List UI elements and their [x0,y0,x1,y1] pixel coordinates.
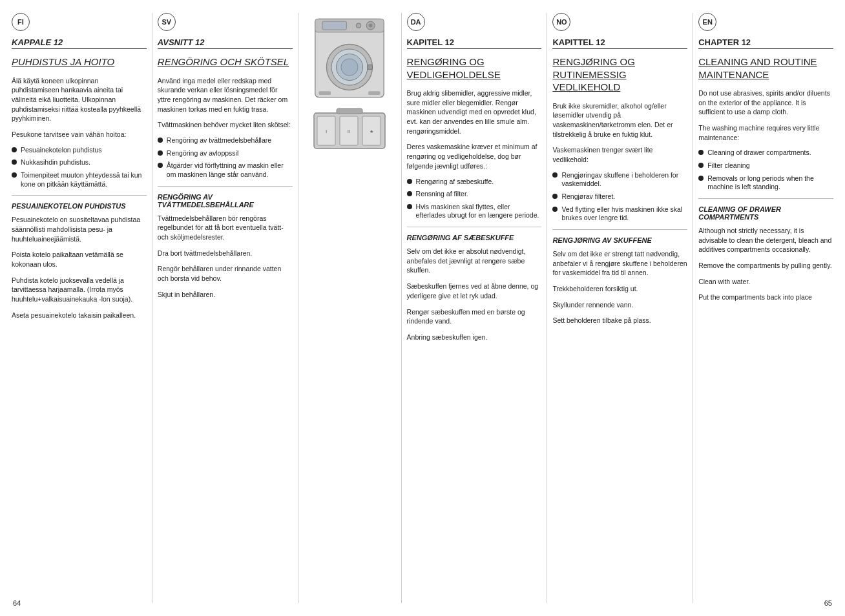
bullet-fi-0: Pesuainekotelon puhdistus [12,146,147,155]
svg-rect-12 [368,91,381,95]
maintenance-intro-en: The washing machine requires very little… [698,123,833,142]
bullet-dot-no-0 [552,172,558,178]
sub-para4-fi: Aseta pesuainekotelo takaisin paikalleen… [12,311,147,320]
section-title-da: RENGØRING OG VEDLIGEHOLDELSE [407,56,542,81]
sub-para4-en: Put the compartments back into place [698,293,833,302]
intro-sv: Använd inga medel eller redskap med skur… [158,76,293,114]
sub-para1-en: Although not strictly necessary, it is a… [698,226,833,254]
sub-para2-no: Trekkbeholderen forsiktig ut. [552,284,687,294]
bullet-dot-no-1 [552,194,558,199]
sub-para1-da: Selv om det ikke er absolut nødvendigt, … [407,247,542,275]
bullet-en-0: Cleaning of drawer compartments. [698,149,833,158]
svg-rect-11 [318,91,331,95]
bullet-sv-1: Rengöring av avloppssil [158,149,293,158]
lang-badge-en: EN [698,13,716,31]
column-fi: FI KAPPALE 12 PUHDISTUS JA HOITO Älä käy… [6,13,152,603]
chapter-label-da: KAPITEL 12 [407,37,542,49]
intro-en: Do not use abrasives, spirits and/or dil… [698,88,833,117]
subsection-title-no: RENGJØRING AV SKUFFENE [552,236,687,244]
bullet-dot-fi-2 [12,172,17,178]
svg-text:II: II [348,128,350,134]
svg-rect-20 [337,108,362,114]
subsection-title-da: RENGØRING AF SÆBESKUFFE [407,234,542,241]
bullet-da-2: Hvis maskinen skal flyttes, eller efterl… [407,203,542,220]
center-image-column: I II ★ [298,13,402,603]
bullet-da-0: Rengøring af sæbeskuffe. [407,178,542,187]
svg-rect-5 [322,21,346,30]
column-da: DA KAPITEL 12 RENGØRING OG VEDLIGEHOLDEL… [402,13,548,603]
chapter-label-sv: AVSNITT 12 [158,37,293,49]
sub-para3-fi: Puhdista kotelo juoksevalla vedellä ja t… [12,276,147,304]
section-title-en: CLEANING AND ROUTINE MAINTENANCE [698,56,833,81]
svg-text:★: ★ [370,129,373,134]
bullet-fi-1: Nukkasihdin puhdistus. [12,158,147,167]
subsection-title-en: CLEANING OF DRAWER COMPARTMENTS [698,205,833,221]
bullet-dot-fi-1 [12,159,17,165]
section-title-no: RENGJØRING OG RUTINEMESSIG VEDLIKEHOLD [552,56,687,94]
bullet-no-0: Rengjøringav skuffene i beholderen for v… [552,171,687,189]
sub-para1-sv: Tvättmedelsbehållaren bör rengöras regel… [158,214,293,242]
sub-para2-da: Sæbeskuffen fjernes ved at åbne denne, o… [407,282,542,300]
bullet-dot-fi-0 [12,147,17,152]
chapter-label-en: CHAPTER 12 [698,37,833,49]
sub-para2-fi: Poista kotelo paikaltaan vetämällä se ko… [12,250,147,269]
lang-badge-fi: FI [12,13,30,31]
svg-point-4 [356,23,360,28]
svg-point-9 [341,59,358,76]
chapter-label-no: KAPITTEL 12 [552,37,687,49]
bullet-no-2: Ved flytting eller hvis maskinen ikke sk… [552,205,687,223]
bullet-dot-en-0 [698,150,704,155]
bullet-fi-2: Toimenpiteet muuton yhteydessä tai kun k… [12,171,147,189]
sub-para4-da: Anbring sæbeskuffen igen. [407,333,542,342]
column-en: EN CHAPTER 12 CLEANING AND ROUTINE MAINT… [693,13,839,603]
maintenance-intro-sv: Tvättmaskinen behöver mycket liten sköts… [158,120,293,130]
bullet-da-1: Rensning af filter. [407,190,542,199]
bullet-dot-en-1 [698,163,704,168]
bullet-dot-da-1 [407,191,412,196]
bullet-dot-da-2 [407,204,412,209]
sub-para4-sv: Skjut in behållaren. [158,290,293,300]
lang-badge-da: DA [407,13,425,31]
intro-da: Brug aldrig slibemidler, aggressive midl… [407,88,542,136]
section-title-sv: RENGÖRING OCH SKÖTSEL [158,56,293,68]
svg-point-3 [369,24,373,28]
sub-para4-no: Sett beholderen tilbake på plass. [552,316,687,325]
maintenance-intro-da: Deres vaskemaskine kræver et minimum af … [407,142,542,170]
subsection-title-sv: RENGÖRING AV TVÄTTMEDELSBEHÅLLARE [158,193,293,209]
bullet-dot-en-2 [698,176,704,181]
bullet-sv-2: Åtgärder vid förflyttning av maskin elle… [158,161,293,179]
lang-badge-no: NO [552,13,570,31]
lang-badge-sv: SV [158,13,176,31]
bullet-dot-sv-0 [158,138,163,143]
bullet-en-2: Removals or long periods when the machin… [698,174,833,192]
column-sv: SV AVSNITT 12 RENGÖRING OCH SKÖTSEL Anvä… [152,13,298,603]
page-number-right: 65 [824,599,832,607]
chapter-label-fi: KAPPALE 12 [12,37,147,49]
bullet-no-1: Rengjørav filteret. [552,192,687,201]
drawer-illustration: I II ★ [308,103,391,155]
sub-para2-sv: Dra bort tvättmedelsbehållaren. [158,249,293,258]
section-title-fi: PUHDISTUS JA HOITO [12,56,147,68]
sub-para3-en: Clean with water. [698,277,833,287]
column-no: NO KAPITTEL 12 RENGJØRING OG RUTINEMESSI… [547,13,693,603]
sub-para1-no: Selv om det ikke er strengt tatt nødvend… [552,249,687,278]
bullet-dot-sv-1 [158,150,163,156]
sub-para3-da: Rengør sæbeskuffen med en børste og rind… [407,307,542,326]
bullet-dot-sv-2 [158,163,163,168]
sub-para3-no: Skyllunder rennende vann. [552,300,687,310]
bullet-en-1: Filter cleaning [698,161,833,170]
bullet-dot-da-0 [407,179,412,184]
bullet-sv-0: Rengöring av tvättmedelsbehållare [158,136,293,145]
maintenance-intro-no: Vaskemaskinen trenger svært lite vedlike… [552,145,687,164]
sub-para2-en: Remove the compartments by pulling gentl… [698,261,833,271]
maintenance-intro-fi: Pesukone tarvitsee vain vähän hoitoa: [12,130,147,139]
sub-para1-fi: Pesuainekotelo on suositeltavaa puhdista… [12,215,147,243]
bullet-dot-no-2 [552,207,558,212]
svg-rect-10 [368,65,372,69]
subsection-title-fi: PESUAINEKOTELON PUHDISTUS [12,202,147,210]
washing-machine-illustration [308,13,391,103]
intro-fi: Älä käytä koneen ulkopinnan puhdistamise… [12,76,147,123]
page-number-left: 64 [13,599,21,607]
svg-text:I: I [326,128,327,134]
intro-no: Bruk ikke skuremidler, alkohol og/eller … [552,101,687,139]
